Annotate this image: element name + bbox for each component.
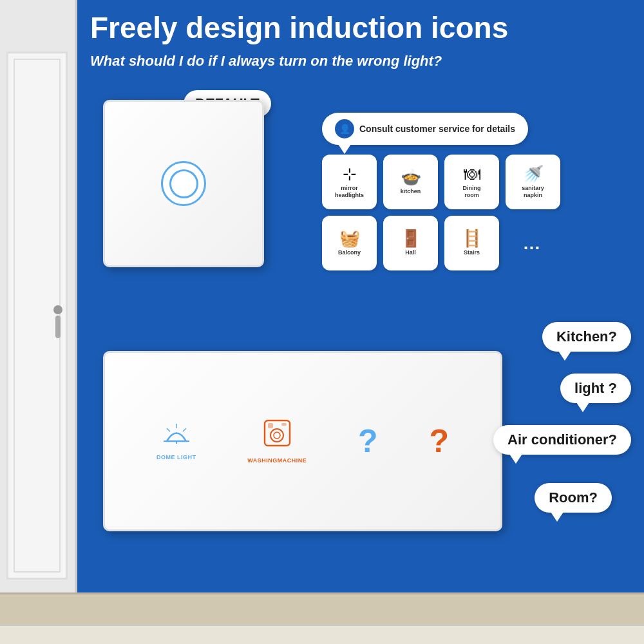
sanitary-icon: 🚿 xyxy=(523,166,544,182)
question-mark-2: ? xyxy=(430,422,450,460)
door-frame xyxy=(0,0,77,644)
slot-question-1: ? xyxy=(358,422,378,460)
svg-line-3 xyxy=(183,428,186,431)
switch-button-inner xyxy=(169,169,198,198)
floor xyxy=(0,592,644,644)
slot-question-2: ? xyxy=(430,422,450,460)
balcony-icon: 🧺 xyxy=(339,230,360,247)
baseboard xyxy=(0,625,644,644)
slot-washing: WASHINGMACHINE xyxy=(247,419,307,464)
icon-cell-sanitary: 🚿 sanitarynapkin xyxy=(506,155,560,209)
washing-label: WASHINGMACHINE xyxy=(247,457,307,464)
icon-cell-dining: 🍽 Diningroom xyxy=(444,155,499,209)
door-panel xyxy=(6,52,68,580)
door-knob xyxy=(53,305,62,314)
slot-dome-light: DOME LIGHT xyxy=(156,422,196,460)
kitchen-bubble: Kitchen? xyxy=(542,322,631,352)
question-mark-1: ? xyxy=(358,422,378,460)
svg-point-7 xyxy=(274,432,280,439)
svg-line-2 xyxy=(167,428,170,431)
icon-cell-balcony: 🧺 Balcony xyxy=(322,216,377,270)
consult-text: Consult customer service for details xyxy=(359,124,515,134)
svg-point-6 xyxy=(270,429,283,442)
washing-icon xyxy=(263,419,292,452)
hall-icon: 🚪 xyxy=(401,230,421,247)
svg-rect-9 xyxy=(281,423,287,426)
icon-grid: ⊹ mirrorheadlights 🍲 kitchen 🍽 Diningroo… xyxy=(322,155,560,270)
air-bubble: Air conditioner? xyxy=(493,425,631,455)
dome-light-icon xyxy=(160,422,193,449)
switch-button[interactable] xyxy=(161,161,206,206)
dome-light-label: DOME LIGHT xyxy=(156,454,196,460)
page-subtitle: What should I do if I always turn on the… xyxy=(90,53,442,70)
icon-cell-mirror: ⊹ mirrorheadlights xyxy=(322,155,377,209)
room-bubble: Room? xyxy=(535,483,612,513)
icon-cell-stairs: 🪜 Stairs xyxy=(444,216,499,270)
single-switch-panel xyxy=(103,100,264,267)
floor-line xyxy=(0,592,644,594)
mirror-icon: ⊹ xyxy=(343,166,357,182)
icon-cell-kitchen: 🍲 kitchen xyxy=(383,155,438,209)
more-dots: … xyxy=(506,216,560,270)
light-bubble: light ? xyxy=(560,374,631,403)
icon-cell-hall: 🚪 Hall xyxy=(383,216,438,270)
door-handle xyxy=(55,316,61,338)
main-content: Freely design induction icons What shoul… xyxy=(84,0,644,592)
consult-bubble: 👤 Consult customer service for details xyxy=(322,113,528,145)
four-switch-panel: DOME LIGHT WASHINGMACHINE ? ? xyxy=(103,351,502,531)
svg-rect-8 xyxy=(268,423,273,428)
page-title: Freely design induction icons xyxy=(90,12,508,44)
kitchen-icon: 🍲 xyxy=(401,169,421,185)
consult-icon: 👤 xyxy=(335,119,354,138)
stairs-icon: 🪜 xyxy=(462,230,482,247)
dining-icon: 🍽 xyxy=(464,166,480,182)
